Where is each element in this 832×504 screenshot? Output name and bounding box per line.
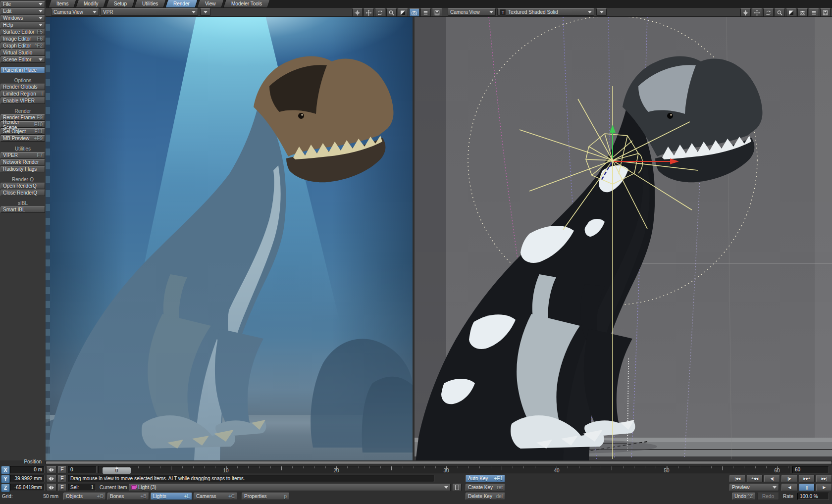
minimize-icon[interactable] (786, 8, 796, 17)
x-envelope-button[interactable]: E (58, 466, 66, 473)
sel-object-button[interactable]: Sel ObjectF11 (0, 128, 45, 135)
menu-help[interactable]: Help (0, 22, 45, 28)
y-axis-chip[interactable]: Y (1, 475, 10, 483)
go-start-button[interactable]: |◀◀ (729, 475, 745, 482)
scene-editor-button[interactable]: Scene Editor (0, 56, 45, 63)
radiosity-flags-button[interactable]: Radiosity Flags (0, 166, 45, 172)
menu-file[interactable]: File (0, 1, 45, 7)
next-key-button[interactable]: ▶▶+ (799, 475, 815, 482)
tab-render[interactable]: Render (165, 0, 198, 8)
limited-region-button[interactable]: Limited Regionl (0, 91, 45, 97)
x-stepper[interactable] (46, 466, 56, 473)
image-editor-button[interactable]: Image EditorF6 (0, 36, 45, 42)
right-viewport-shaded[interactable] (415, 17, 832, 460)
step-forward-button[interactable]: ||▶ (781, 475, 797, 482)
rate-field[interactable]: 100.0 % (797, 493, 829, 500)
graph-editor-button[interactable]: Graph Editor^F2 (0, 43, 45, 49)
z-value-field[interactable]: -65.0419mm (10, 484, 45, 491)
list-icon[interactable] (809, 8, 819, 17)
list-icon[interactable] (420, 8, 431, 17)
redo-button[interactable]: Redo (757, 493, 779, 500)
pan-icon[interactable] (740, 8, 751, 17)
tab-modeler-tools[interactable]: Modeler Tools (223, 0, 270, 8)
undo-button[interactable]: Undo^Z (732, 493, 755, 500)
left-viewport-options-dropdown[interactable] (200, 8, 210, 16)
create-key-button[interactable]: Create Keyret (466, 484, 505, 491)
timeline-slider-knob[interactable]: 0 (102, 467, 131, 474)
zoom-icon[interactable] (386, 8, 397, 17)
mode-objects-button[interactable]: Objects+O (63, 493, 106, 500)
pan-icon[interactable] (352, 8, 363, 17)
go-end-button[interactable]: ▶▶| (816, 475, 832, 482)
preview-dropdown[interactable]: Preview (729, 484, 779, 491)
left-shading-dropdown[interactable]: VPR (101, 8, 198, 16)
surface-editor-button[interactable]: Surface EditorF5 (0, 29, 45, 35)
frame-end-field[interactable]: 60 (792, 466, 829, 473)
item-properties-button[interactable] (453, 484, 462, 491)
right-view-mode-dropdown[interactable]: Camera View (448, 8, 496, 16)
tab-items[interactable]: Items (48, 0, 77, 8)
right-shading-dropdown[interactable]: TTextured Shaded Solid (497, 8, 594, 16)
render-scene-button[interactable]: Render SceneF10 (0, 121, 45, 128)
current-item-dropdown[interactable]: Light (3) (129, 484, 451, 491)
zoom-icon[interactable] (775, 8, 785, 17)
right-viewport-options-dropdown[interactable] (596, 8, 607, 16)
mode-properties-button[interactable]: Propertiesp (242, 493, 289, 500)
open-renderq-button[interactable]: Open RenderQ (0, 183, 45, 189)
camera-icon[interactable] (409, 8, 419, 17)
y-value-field[interactable]: 39.9992 mm (10, 475, 45, 482)
rotate-icon[interactable] (763, 8, 774, 17)
enable-viper-button[interactable]: Enable VIPER (0, 98, 45, 104)
chevron-down-icon (444, 486, 448, 489)
viewport-scrollbar[interactable] (46, 461, 832, 465)
tab-view[interactable]: View (197, 0, 224, 8)
menu-edit[interactable]: Edit (0, 8, 45, 14)
section-title-options: Options (0, 78, 46, 83)
render-globals-button[interactable]: Render Globals (0, 84, 45, 90)
mode-bones-button[interactable]: Bones+B (107, 493, 149, 500)
rotate-icon[interactable] (375, 8, 385, 17)
top-tab-bar: Items Modify Setup Utilities Render View… (46, 0, 832, 8)
z-axis-chip[interactable]: Z (1, 484, 10, 492)
smart-ibl-button[interactable]: Smart IBL (0, 206, 45, 213)
left-view-mode-dropdown[interactable]: Camera View (51, 8, 99, 16)
virtual-studio-button[interactable]: Virtual Studio (0, 50, 45, 56)
tab-modify[interactable]: Modify (76, 0, 107, 8)
right-viewport-tools (740, 8, 831, 17)
z-envelope-button[interactable]: E (58, 484, 66, 491)
x-axis-chip[interactable]: X (1, 466, 10, 474)
mb-preview-button[interactable]: MB Preview+F9 (0, 135, 45, 142)
network-render-button[interactable]: Network Render (0, 159, 45, 165)
play-reverse-button[interactable]: ◀ (781, 484, 797, 491)
viper-button[interactable]: VIPERF7 (0, 152, 45, 158)
x-value-field[interactable]: 0 m (10, 466, 45, 473)
move-icon[interactable] (752, 8, 762, 17)
position-title: Position (0, 458, 42, 465)
step-back-button[interactable]: ◀|| (764, 475, 780, 482)
menu-windows[interactable]: Windows (0, 15, 45, 21)
pause-button[interactable]: || (799, 484, 815, 491)
move-icon[interactable] (364, 8, 374, 17)
auto-key-button[interactable]: Auto Key+F1 (466, 475, 505, 482)
save-icon[interactable] (820, 8, 831, 17)
tab-setup[interactable]: Setup (105, 0, 135, 8)
bottom-control-area: Position X 0 m E 0 10 20 30 40 50 60 0 6… (0, 460, 832, 504)
parent-in-place-button[interactable]: Parent in Place (0, 67, 45, 73)
frame-start-field[interactable]: 0 (68, 466, 97, 473)
delete-key-button[interactable]: Delete Keydel (466, 493, 505, 500)
y-stepper[interactable] (46, 475, 56, 482)
left-viewport-vpr[interactable] (46, 17, 413, 460)
close-renderq-button[interactable]: Close RenderQ (0, 190, 45, 196)
tab-utilities[interactable]: Utilities (134, 0, 166, 8)
save-icon[interactable] (432, 8, 442, 17)
camera-icon[interactable] (797, 8, 808, 17)
play-button[interactable]: ▶ (816, 484, 832, 491)
prev-key-button[interactable]: +◀◀ (747, 475, 763, 482)
y-envelope-button[interactable]: E (58, 475, 66, 482)
minimize-icon[interactable] (398, 8, 408, 17)
mode-cameras-button[interactable]: Cameras+C (194, 493, 237, 500)
z-stepper[interactable] (46, 484, 56, 491)
timeline-ruler[interactable]: 10 20 30 40 50 60 0 (98, 466, 789, 473)
mode-lights-button[interactable]: Lights+L (151, 493, 192, 500)
chevron-down-icon (39, 3, 43, 5)
